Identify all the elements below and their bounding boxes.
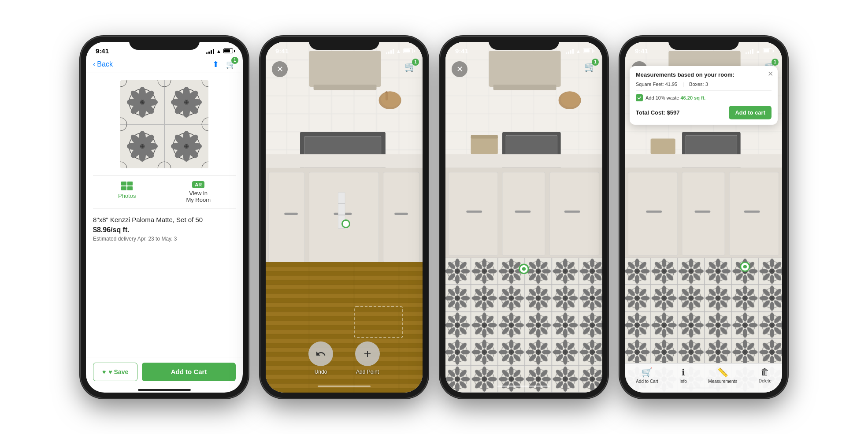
- ar-badge: AR: [192, 181, 204, 188]
- status-icons-3: ▲: [566, 48, 593, 54]
- measurements-popup: ✕ Measurements based on your room: Squar…: [630, 66, 778, 125]
- popup-add-to-cart-button[interactable]: Add to cart: [729, 106, 772, 119]
- svg-rect-104: [471, 136, 498, 154]
- ar-cart-button-3[interactable]: 🛒 1: [584, 61, 596, 73]
- undo-icon: [315, 349, 326, 359]
- product-content: Photos AR View in My Room 8"x8" Kenzzi P…: [86, 73, 243, 357]
- svg-rect-83: [269, 172, 305, 262]
- popup-title: Measurements based on your room:: [636, 71, 772, 78]
- home-indicator-1: [138, 389, 191, 391]
- status-icons-1: ▲: [206, 48, 233, 54]
- popup-measurements-info: Square Feet: 41.95 | Boxes: 3: [636, 82, 772, 91]
- ar-top-bar-3: ✕ 🛒 1: [445, 58, 602, 81]
- cart-badge: 1: [231, 57, 238, 64]
- product-image: [120, 80, 208, 168]
- ar-bottom-controls-2: Undo Add Point: [266, 341, 423, 375]
- waste-label: Add 10% waste 46.20 sq ft.: [645, 95, 705, 100]
- total-row: Total Cost: $597 Add to cart: [636, 106, 772, 119]
- phone-3-screen: 9:41 ▲: [445, 42, 602, 393]
- share-icon[interactable]: ⬆: [212, 59, 219, 69]
- nav-actions: ⬆ 🛒 1: [212, 59, 236, 69]
- status-time-1: 9:41: [96, 47, 109, 55]
- wifi-icon-1: ▲: [216, 48, 221, 54]
- wifi-icon-3: ▲: [576, 48, 581, 54]
- signal-icon-1: [206, 48, 214, 54]
- svg-rect-88: [394, 212, 408, 215]
- ar-option[interactable]: AR View in My Room: [186, 181, 211, 203]
- svg-rect-115: [466, 210, 482, 212]
- bottom-actions: ♥ ♥ Save Add to Cart: [86, 357, 243, 386]
- back-button[interactable]: ‹ Back: [93, 60, 113, 68]
- home-indicator-2: [318, 386, 371, 387]
- phone-3-frame: 9:41 ▲: [440, 37, 608, 398]
- product-detail-screen: 9:41 ▲: [86, 42, 243, 393]
- svg-rect-96: [354, 307, 403, 338]
- svg-rect-74: [314, 84, 377, 89]
- signal-icon-4: [746, 48, 753, 54]
- svg-rect-116: [515, 210, 531, 212]
- svg-point-103: [561, 92, 581, 107]
- phone-2-frame: 9:41 ▲: [260, 37, 428, 398]
- ar-cart-button-2[interactable]: 🛒 1: [404, 61, 416, 73]
- undo-button[interactable]: Undo: [308, 341, 333, 375]
- tab-delete[interactable]: 🗑 Delete: [759, 367, 772, 383]
- ar-placed-screen: 9:41 ▲: [445, 42, 602, 393]
- status-bar-3: 9:41 ▲: [445, 42, 602, 58]
- battery-icon-4: [763, 48, 772, 53]
- status-icons-4: ▲: [746, 48, 772, 54]
- status-bar-4: 9:41 ▲: [625, 42, 782, 58]
- signal-icon-3: [566, 48, 574, 54]
- tab-add-to-cart[interactable]: 🛒 Add to Cart: [636, 367, 658, 384]
- phone-4-screen: 9:41 ▲: [625, 42, 782, 393]
- add-point-button[interactable]: Add Point: [355, 341, 380, 375]
- ar-measurements-screen: 9:41 ▲: [625, 42, 782, 393]
- status-icons-2: ▲: [386, 48, 413, 54]
- status-time-3: 9:41: [455, 47, 468, 55]
- checkmark-icon: [637, 96, 642, 100]
- photos-option[interactable]: Photos: [118, 181, 136, 203]
- ar-cart-badge-4: 1: [772, 59, 779, 66]
- ar-close-button-2[interactable]: ✕: [272, 61, 288, 77]
- tile-pattern-svg: [120, 80, 208, 168]
- wifi-icon-2: ▲: [396, 48, 401, 54]
- waste-checkbox[interactable]: [636, 94, 643, 101]
- svg-rect-114: [549, 172, 599, 255]
- status-bar-2: 9:41 ▲: [266, 42, 423, 58]
- svg-rect-105: [471, 135, 498, 138]
- svg-rect-149: [625, 154, 782, 168]
- cart-button[interactable]: 🛒 1: [226, 59, 236, 69]
- ar-top-bar-2: ✕ 🛒 1: [266, 58, 423, 81]
- tab-measurements[interactable]: 📏 Measurements: [708, 367, 737, 384]
- save-button[interactable]: ♥ ♥ Save: [93, 363, 137, 381]
- tab-measurements-label: Measurements: [708, 379, 737, 384]
- trash-tab-icon: 🗑: [760, 367, 769, 377]
- svg-rect-110: [445, 154, 602, 168]
- svg-rect-117: [564, 210, 580, 212]
- tab-add-to-cart-label: Add to Cart: [636, 379, 658, 384]
- tab-info[interactable]: ℹ Info: [679, 367, 687, 384]
- svg-rect-85: [383, 172, 419, 262]
- info-tab-icon: ℹ: [682, 367, 685, 378]
- add-to-cart-button[interactable]: Add to Cart: [142, 363, 236, 381]
- popup-close-button[interactable]: ✕: [768, 70, 773, 78]
- svg-rect-113: [502, 172, 545, 255]
- kitchen-bg-2: [266, 42, 423, 393]
- product-title: 8"x8" Kenzzi Paloma Matte, Set of 50: [93, 216, 236, 223]
- svg-rect-65: [121, 182, 126, 185]
- tab-info-label: Info: [679, 379, 687, 384]
- back-label: Back: [97, 60, 113, 68]
- phones-container: 9:41 ▲: [72, 28, 796, 407]
- svg-rect-154: [646, 210, 662, 212]
- delivery-info: Estimated delivery Apr. 23 to May. 3: [93, 236, 236, 242]
- ar-close-button-3[interactable]: ✕: [452, 61, 467, 77]
- chevron-left-icon: ‹: [93, 60, 95, 68]
- status-bar-1: 9:41 ▲: [86, 42, 243, 58]
- phone-1-frame: 9:41 ▲: [81, 37, 248, 398]
- ar-scanning-screen: 9:41 ▲: [266, 42, 423, 393]
- kitchen-bg-3: [445, 42, 602, 393]
- battery-icon-3: [583, 48, 593, 53]
- svg-rect-153: [729, 172, 779, 255]
- add-point-label: Add Point: [356, 369, 379, 375]
- cart-tab-icon: 🛒: [642, 367, 653, 378]
- phone-4-frame: 9:41 ▲: [620, 37, 787, 398]
